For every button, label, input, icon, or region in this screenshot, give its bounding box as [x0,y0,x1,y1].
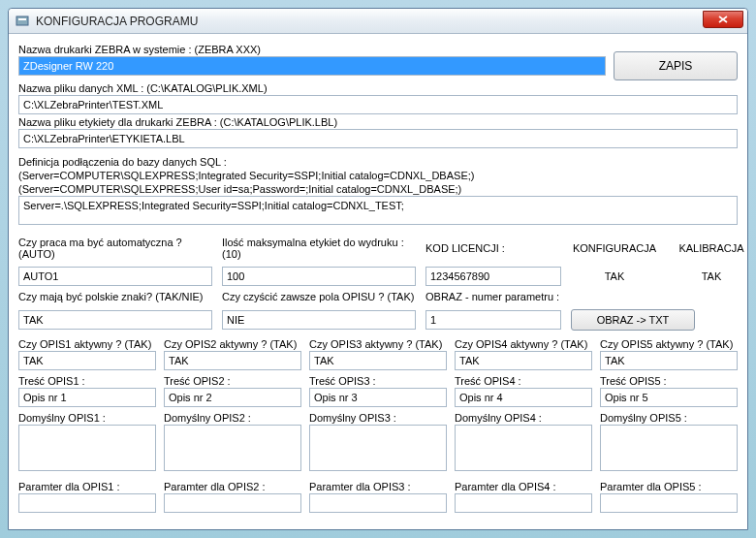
xml-input[interactable] [18,95,738,114]
opis1-default_label: Domyślny OPIS1 : [18,412,156,424]
polish-label: Czy mają być polskie znaki? (TAK/NIE) [18,291,212,302]
opis3-default_value-input[interactable] [309,425,447,471]
lbl-file-input[interactable] [18,129,738,148]
konf-value: TAK [571,270,658,282]
opis1-active_value-input[interactable] [18,351,156,370]
obraz-label: OBRAZ - numer parametru : [425,291,561,302]
opis3-active_label: Czy OPIS3 aktywny ? (TAK) [309,338,447,350]
auto-input[interactable] [18,267,212,286]
opis5-active_label: Czy OPIS5 aktywny ? (TAK) [600,338,738,350]
opis1-active_label: Czy OPIS1 aktywny ? (TAK) [18,338,156,350]
lic-label: KOD LICENCJI : [425,242,561,254]
opis3-param_value-input[interactable] [309,493,447,513]
opis4-content_label: Treść OPIS4 : [455,375,592,387]
opis3-content_label: Treść OPIS3 : [309,375,447,387]
opis3-default_label: Domyślny OPIS3 : [309,412,447,424]
opis2-param_label: Paramter dla OPIS2 : [164,481,301,492]
opis1-content_value-input[interactable] [18,388,156,407]
lbl-file-label: Nazwa pliku etykiety dla drukarki ZEBRA … [18,116,738,128]
window-title: KONFIGURACJA PROGRAMU [36,15,198,28]
opis4-active_value-input[interactable] [455,351,592,370]
content-area: Nazwa drukarki ZEBRA w systemie : (ZEBRA… [9,34,747,529]
app-icon [15,14,30,29]
svg-rect-0 [16,16,28,25]
opis2-active_label: Czy OPIS2 aktywny ? (TAK) [164,338,301,350]
xml-label: Nazwa pliku danych XML : (C:\KATALOG\PLI… [18,82,738,94]
max-input[interactable] [222,267,416,286]
opis3-content_value-input[interactable] [309,388,447,407]
opis2-active_value-input[interactable] [164,351,301,370]
sql-input[interactable]: Server=.\SQLEXPRESS;Integrated Security=… [18,196,738,225]
obraz-txt-button[interactable]: OBRAZ -> TXT [571,309,695,331]
opis5-param_label: Paramter dla OPIS5 : [600,481,738,492]
sql-def-label: Definicja podłączenia do bazy danych SQL… [18,156,738,168]
opis5-param_value-input[interactable] [600,493,738,513]
opis3-active_value-input[interactable] [309,351,447,370]
opis2-content_value-input[interactable] [164,388,301,407]
titlebar: KONFIGURACJA PROGRAMU [9,9,747,34]
auto-label: Czy praca ma być automatyczna ? (AUTO) [18,237,212,260]
opis1-param_value-input[interactable] [18,493,156,513]
max-label: Ilość maksymalna etykiet do wydruku : (1… [222,237,416,260]
opis2-default_label: Domyślny OPIS2 : [164,412,301,424]
save-button[interactable]: ZAPIS [614,51,738,80]
clear-label: Czy czyścić zawsze pola OPISU ? (TAK) [222,291,416,302]
opis1-param_label: Paramter dla OPIS1 : [18,481,156,492]
konf-label: KONFIGURACJA [571,242,658,254]
kalib-label: KALIBRACJA [668,242,747,254]
opis5-content_label: Treść OPIS5 : [600,375,738,387]
sql-def-line2: (Server=COMPUTER\SQLEXPRESS;User id=sa;P… [18,183,738,195]
opis5-default_value-input[interactable] [600,425,738,471]
opis4-param_label: Paramter dla OPIS4 : [455,481,592,492]
opis2-content_label: Treść OPIS2 : [164,375,301,387]
opis4-default_value-input[interactable] [455,425,592,471]
opis3-param_label: Paramter dla OPIS3 : [309,481,447,492]
opis5-content_value-input[interactable] [600,388,738,407]
svg-rect-1 [18,18,26,20]
opis4-default_label: Domyślny OPIS4 : [455,412,592,424]
opis1-default_value-input[interactable] [18,425,156,471]
close-button[interactable] [703,11,743,28]
opis4-active_label: Czy OPIS4 aktywny ? (TAK) [455,338,592,350]
printer-label: Nazwa drukarki ZEBRA w systemie : (ZEBRA… [18,44,606,55]
opis5-active_value-input[interactable] [600,351,738,370]
obraz-input[interactable] [425,310,561,330]
kalib-value: TAK [668,270,747,282]
opis4-param_value-input[interactable] [455,493,592,513]
config-window: KONFIGURACJA PROGRAMU Nazwa drukarki ZEB… [8,8,748,530]
opis2-param_value-input[interactable] [164,493,301,513]
sql-value-text: Server=.\SQLEXPRESS;Integrated Security=… [23,200,404,211]
opis4-content_value-input[interactable] [455,388,592,407]
opis1-content_label: Treść OPIS1 : [18,375,156,387]
sql-def-line1: (Server=COMPUTER\SQLEXPRESS;Integrated S… [18,170,738,181]
polish-input[interactable] [18,310,212,330]
opis2-default_value-input[interactable] [164,425,301,471]
clear-input[interactable] [222,310,416,330]
printer-input[interactable] [18,56,606,76]
lic-input[interactable] [425,267,561,286]
opis5-default_label: Domyślny OPIS5 : [600,412,738,424]
